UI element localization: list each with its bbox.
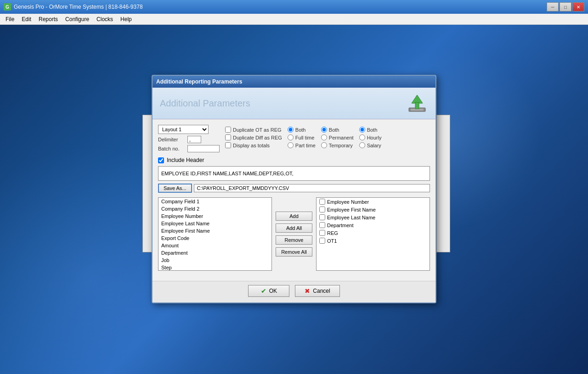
radio-group-3: Both Hourly Salary xyxy=(359,125,382,148)
field-checkbox[interactable] xyxy=(319,199,325,205)
add-button[interactable]: Add xyxy=(276,212,312,221)
close-button[interactable]: ✕ xyxy=(572,2,584,11)
dialog-header-title: Additional Parameters xyxy=(160,98,250,109)
remove-button[interactable]: Remove xyxy=(276,235,312,245)
display-totals-checkbox[interactable] xyxy=(225,142,231,148)
options-row: Layout 1 Delimiter Batch no. Duplicate O… xyxy=(158,125,430,152)
right-list-item[interactable]: Employee Number xyxy=(317,198,430,206)
dialog-title-bar: Additional Reporting Parameters xyxy=(153,76,435,88)
right-list-item[interactable]: REG xyxy=(317,229,430,237)
dialog-title: Additional Reporting Parameters xyxy=(156,78,432,85)
field-label: REG xyxy=(327,230,338,236)
field-checkbox[interactable] xyxy=(319,214,325,220)
field-checkbox[interactable] xyxy=(319,238,325,244)
available-fields-list[interactable]: Company Field 1 Company Field 2 Employee… xyxy=(158,197,272,271)
checkboxes-section: Duplicate OT as REG Duplicate Diff as RE… xyxy=(225,125,282,148)
list-item[interactable]: Company Field 2 xyxy=(158,205,271,212)
radio-group2-temporary-input[interactable] xyxy=(321,142,327,148)
background-dialog-right xyxy=(436,115,450,252)
menu-file[interactable]: File xyxy=(2,15,18,23)
radio-group3-both-input[interactable] xyxy=(359,127,365,133)
right-list-item[interactable]: Department xyxy=(317,221,430,229)
cancel-button[interactable]: ✖ Cancel xyxy=(295,285,339,297)
radio-group3-hourly-label: Hourly xyxy=(367,135,382,140)
field-label: Department xyxy=(327,223,353,228)
header-text-input[interactable] xyxy=(158,166,430,181)
svg-rect-3 xyxy=(415,102,419,109)
radio-group1-fulltime-input[interactable] xyxy=(288,134,294,140)
list-item[interactable]: Company Field 1 xyxy=(158,198,271,205)
radio-group1-parttime: Part time xyxy=(288,142,316,148)
delimiter-label: Delimiter xyxy=(158,137,186,142)
menu-bar: File Edit Reports Configure Clocks Help xyxy=(0,14,588,25)
menu-edit[interactable]: Edit xyxy=(18,15,35,23)
batch-row: Batch no. xyxy=(158,145,220,152)
list-item[interactable]: Department xyxy=(158,249,271,257)
radio-group2-both-input[interactable] xyxy=(321,127,327,133)
duplicate-diff-checkbox[interactable] xyxy=(225,134,231,140)
list-item[interactable]: Employee First Name xyxy=(158,227,271,234)
upload-icon xyxy=(406,92,428,114)
radio-group3-salary: Salary xyxy=(359,142,382,148)
list-item[interactable]: Job xyxy=(158,257,271,264)
batch-label: Batch no. xyxy=(158,146,186,151)
field-label: OT1 xyxy=(327,238,337,244)
radio-group1-fulltime: Full time xyxy=(288,134,316,140)
field-checkbox[interactable] xyxy=(319,230,325,236)
menu-clocks[interactable]: Clocks xyxy=(93,15,117,23)
save-as-path-input[interactable] xyxy=(194,184,430,192)
radio-group1-parttime-input[interactable] xyxy=(288,142,294,148)
right-list-item[interactable]: Employee First Name xyxy=(317,206,430,213)
radio-group1-fulltime-label: Full time xyxy=(295,135,315,140)
right-list-item[interactable]: OT1 xyxy=(317,237,430,245)
layout-section: Layout 1 Delimiter Batch no. xyxy=(158,125,220,152)
field-label: Employee First Name xyxy=(327,207,376,212)
duplicate-ot-checkbox[interactable] xyxy=(225,127,231,133)
menu-reports[interactable]: Reports xyxy=(35,15,62,23)
include-header-row: Include Header xyxy=(158,157,430,163)
save-as-button[interactable]: Save As... xyxy=(158,184,192,193)
add-all-button[interactable]: Add All xyxy=(276,223,312,233)
batch-input[interactable] xyxy=(187,145,220,152)
svg-rect-1 xyxy=(411,109,424,111)
duplicate-diff-row: Duplicate Diff as REG xyxy=(225,134,282,140)
field-checkbox[interactable] xyxy=(319,222,325,228)
menu-configure[interactable]: Configure xyxy=(62,15,93,23)
field-label: Employee Last Name xyxy=(327,215,375,220)
remove-all-button[interactable]: Remove All xyxy=(276,247,312,257)
list-item[interactable]: Step xyxy=(158,264,271,271)
menu-help[interactable]: Help xyxy=(117,15,136,23)
selected-fields-list[interactable]: Employee Number Employee First Name Empl… xyxy=(316,197,430,271)
radio-group2-permanent-input[interactable] xyxy=(321,134,327,140)
include-header-checkbox[interactable] xyxy=(158,157,164,163)
radio-group-1: Both Full time Part time xyxy=(288,125,316,148)
radio-group3-both-label: Both xyxy=(367,127,378,133)
list-item[interactable]: Amount xyxy=(158,242,271,249)
restore-button[interactable]: □ xyxy=(560,2,571,11)
delimiter-input[interactable] xyxy=(187,136,201,143)
field-checkbox[interactable] xyxy=(319,207,325,212)
display-totals-label: Display as totals xyxy=(233,143,270,148)
list-item[interactable]: Employee Last Name xyxy=(158,220,271,227)
radio-group3-salary-input[interactable] xyxy=(359,142,365,148)
radio-group3-hourly-input[interactable] xyxy=(359,134,365,140)
radio-group3-both: Both xyxy=(359,127,382,133)
layout-select[interactable]: Layout 1 xyxy=(158,125,209,134)
list-item[interactable]: Export Code xyxy=(158,234,271,242)
minimize-button[interactable]: ─ xyxy=(547,2,559,11)
display-totals-row: Display as totals xyxy=(225,142,282,148)
list-item[interactable]: Employee Number xyxy=(158,212,271,220)
window-controls: ─ □ ✕ xyxy=(547,2,584,11)
radio-group2-permanent-label: Permanent xyxy=(329,135,354,140)
title-bar: G Genesis Pro - OrMore Time Systems | 81… xyxy=(0,0,588,14)
list-action-buttons: Add Add All Remove Remove All xyxy=(276,212,312,257)
dialog-footer: ✔ OK ✖ Cancel xyxy=(153,281,435,302)
radio-group3-salary-label: Salary xyxy=(367,143,381,148)
radio-group2-both: Both xyxy=(321,127,354,133)
dialog-body: Layout 1 Delimiter Batch no. Duplicate O… xyxy=(153,119,435,281)
save-as-row: Save As... xyxy=(158,184,430,193)
radio-group1-both-input[interactable] xyxy=(288,127,294,133)
svg-marker-2 xyxy=(412,95,423,103)
ok-button[interactable]: ✔ OK xyxy=(248,285,289,297)
right-list-item[interactable]: Employee Last Name xyxy=(317,213,430,221)
